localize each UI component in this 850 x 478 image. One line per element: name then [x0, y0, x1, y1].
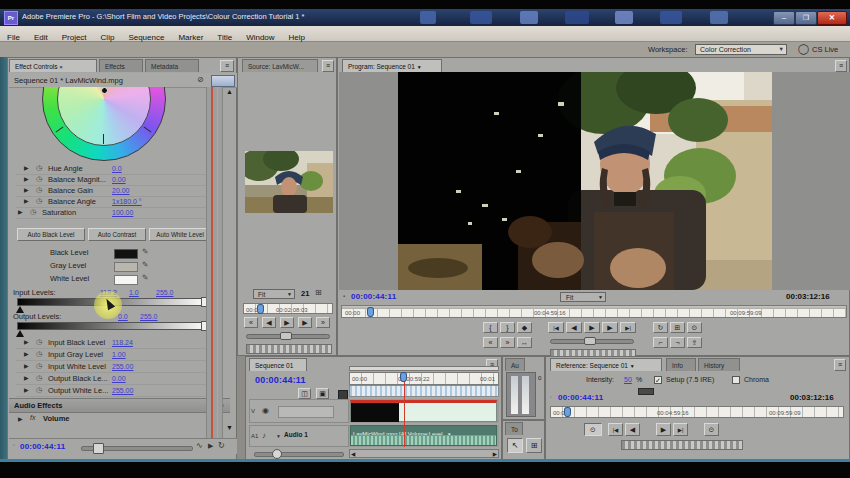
eyedropper-icon[interactable]: ✎ — [142, 247, 148, 256]
chevron-down-icon[interactable]: ▼ — [276, 433, 281, 439]
stopwatch-icon[interactable]: ◷ — [36, 186, 42, 194]
timeline-zoom-slider[interactable] — [254, 452, 344, 457]
source-ruler[interactable]: 00:00 00:02:08:03 — [243, 303, 333, 314]
minimize-button[interactable]: – — [773, 11, 795, 25]
reference-ruler[interactable]: 00:00 00:04:59:16 00:09:59:09 — [550, 406, 844, 418]
eyedropper-icon[interactable]: ✎ — [142, 260, 148, 269]
play-button[interactable]: ▶ — [280, 317, 294, 328]
panel-menu-icon[interactable]: ≡ — [220, 60, 234, 72]
expand-arrow-icon[interactable]: ▶ — [24, 175, 29, 182]
loop-icon[interactable]: ↻ — [218, 441, 225, 450]
auto-black-level-button[interactable]: Auto Black Level — [17, 228, 85, 241]
level-value[interactable]: 255.00 — [112, 387, 133, 394]
level-value[interactable]: 1.00 — [112, 351, 126, 358]
eye-icon[interactable]: ◉ — [262, 406, 269, 415]
param-value[interactable]: 0.00 — [112, 176, 126, 183]
output-black-handle[interactable] — [16, 330, 24, 337]
gray-level-swatch[interactable] — [114, 262, 138, 272]
stopwatch-icon[interactable]: ◷ — [36, 350, 42, 358]
timeline-ruler[interactable]: 00:00 00:00:59:22 00:01 — [349, 372, 499, 385]
restore-button[interactable]: ❐ — [795, 11, 817, 25]
stopwatch-icon[interactable]: ◷ — [36, 362, 42, 370]
level-value[interactable]: 0.00 — [112, 375, 126, 382]
source-playhead[interactable] — [257, 304, 264, 314]
play-button[interactable]: ▶ — [584, 322, 600, 333]
go-to-in-button[interactable]: |◀ — [548, 322, 564, 333]
stopwatch-icon[interactable]: ◷ — [36, 175, 42, 183]
stopwatch-icon[interactable]: ◷ — [36, 374, 42, 382]
reference-timecode[interactable]: 00:00:44:11 — [558, 393, 603, 402]
timeline-playhead-line[interactable] — [404, 372, 405, 447]
level-value[interactable]: 255.00 — [112, 363, 133, 370]
program-video-frame[interactable] — [398, 72, 772, 290]
tab-source[interactable]: Source: LavMicW... — [242, 59, 318, 72]
program-zoom-dropdown[interactable]: Fit ▼ — [560, 292, 606, 302]
expand-arrow-icon[interactable]: ▶ — [24, 362, 29, 369]
close-button[interactable]: ✕ — [817, 11, 847, 25]
stopwatch-icon[interactable]: ◷ — [36, 338, 42, 346]
panel-menu-icon[interactable]: ≡ — [322, 60, 334, 72]
output-level-black-value[interactable]: 0.0 — [118, 313, 128, 320]
panel-menu-icon[interactable]: ≡ — [835, 60, 847, 72]
intensity-slider-handle[interactable] — [638, 388, 654, 395]
marker-in-button[interactable]: { — [483, 322, 498, 333]
program-playhead[interactable] — [367, 307, 374, 317]
tab-metadata[interactable]: Metadata — [145, 59, 199, 72]
expand-arrow-icon[interactable]: ▶ — [18, 208, 23, 215]
output-button[interactable]: ⊙ — [687, 322, 702, 333]
marker-out-button[interactable]: } — [500, 322, 515, 333]
balance-point-handle[interactable] — [101, 87, 108, 94]
step-forward-button[interactable]: ▶ — [656, 423, 671, 436]
param-value[interactable]: 0.0 — [112, 165, 122, 172]
gang-output-button[interactable]: ⊙ — [584, 423, 602, 436]
reference-jog-wheel[interactable] — [621, 440, 743, 450]
reference-playhead[interactable] — [564, 407, 571, 417]
ec-mini-timeline[interactable] — [206, 87, 223, 438]
workspace-dropdown[interactable]: Color Correction ▼ — [695, 44, 787, 55]
effect-controls-timecode[interactable]: 00:00:44:11 — [20, 442, 65, 451]
output-levels-slider[interactable] — [17, 322, 207, 330]
video-track-name-field[interactable] — [278, 406, 334, 418]
jump-forward-button[interactable]: » — [500, 337, 515, 348]
tab-effect-controls[interactable]: Effect Controls × — [9, 59, 97, 72]
input-level-white-value[interactable]: 255.0 — [156, 289, 174, 296]
intensity-value[interactable]: 50 — [624, 376, 632, 383]
panel-menu-icon[interactable]: ≡ — [834, 359, 846, 371]
tab-history[interactable]: History — [698, 358, 740, 371]
velocity-icon[interactable]: ∿ — [196, 441, 203, 450]
level-value[interactable]: 118.24 — [112, 339, 133, 346]
input-level-gray-value[interactable]: 1.0 — [129, 289, 139, 296]
tab-program[interactable]: Program: Sequence 01 ▼ — [342, 59, 442, 72]
program-ruler[interactable]: 00:00 00:04:59:16 00:09:59:09 — [341, 305, 847, 318]
play-icon[interactable]: ▶ — [208, 442, 213, 450]
stopwatch-icon[interactable]: ◷ — [36, 386, 42, 394]
set-marker-button[interactable]: ▣ — [316, 388, 329, 399]
ec-zoom-slider-handle[interactable] — [93, 443, 104, 454]
tab-close-icon[interactable]: × — [59, 64, 63, 70]
export-frame-button[interactable]: ⇪ — [687, 337, 702, 348]
stopwatch-icon[interactable]: ◷ — [36, 197, 42, 205]
snap-button[interactable]: ◫ — [298, 388, 311, 399]
tab-reference[interactable]: Reference: Sequence 01 ▼ — [550, 358, 662, 371]
step-forward-button[interactable]: ▶ — [602, 322, 618, 333]
expand-arrow-icon[interactable]: ▶ — [24, 164, 29, 171]
extract-button[interactable]: ¬ — [670, 337, 685, 348]
param-value[interactable]: 1x180.0 ° — [112, 198, 142, 205]
scrollbar-up-icon[interactable]: ▲ — [226, 88, 233, 95]
audio-clip[interactable]: LavMicWind.mpg [A] Volume:Level ▼ — [350, 425, 497, 446]
program-shuttle-handle[interactable] — [584, 337, 596, 345]
step-back-button[interactable]: ◀ — [262, 317, 276, 328]
source-video-frame[interactable] — [245, 151, 333, 213]
effects-toggle-icon[interactable]: ⊘ — [197, 75, 204, 84]
source-zoom-dropdown[interactable]: Fit ▼ — [253, 289, 295, 299]
stopwatch-icon[interactable]: ◷ — [36, 164, 42, 172]
chevron-down-icon[interactable]: ▼ — [447, 432, 451, 435]
selection-tool-button[interactable]: ↖ — [507, 438, 523, 453]
tab-tools[interactable]: To — [505, 422, 523, 435]
eyedropper-icon[interactable]: ✎ — [142, 273, 148, 282]
chroma-checkbox[interactable] — [732, 376, 740, 384]
black-level-swatch[interactable] — [114, 249, 138, 259]
video-clip[interactable] — [350, 400, 497, 422]
param-value[interactable]: 100.00 — [112, 209, 133, 216]
timeline-zoom-bar[interactable] — [349, 366, 499, 371]
